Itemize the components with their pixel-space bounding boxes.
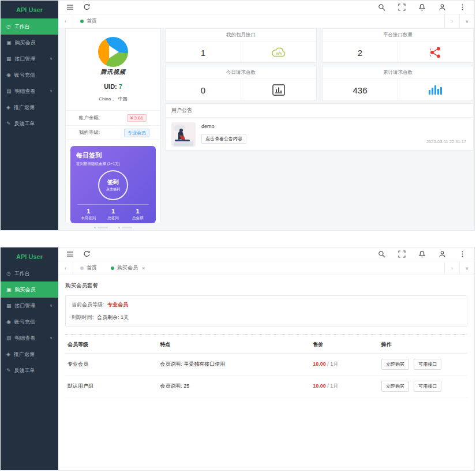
sidebar-item-api-management[interactable]: 接口管理 [1,51,58,67]
sidebar-item-ticket[interactable]: 反馈工单 [1,362,58,378]
tabs-menu[interactable] [459,261,474,275]
cart-icon [6,40,12,46]
uid-value: 7 [119,83,122,90]
sidebar-item-details[interactable]: 明细查看 [1,330,58,346]
membership-content: 购买会员套餐 当前会员等级: 专业会员 到期时间: 会员剩余: 1天 会员等级 … [58,275,474,470]
main-area: 首页 购买会员 × 购买会员套餐 当前会员等级: 专业会员 到期时间: 会员剩余… [58,247,474,470]
signin-stat-total: 1 总签到 [101,208,126,221]
signin-button[interactable]: 签到 点击签到 [98,170,128,200]
bar-chart-outline-icon [272,84,285,96]
sidebar-item-buy-membership[interactable]: 购买会员 [1,281,58,298]
tabs-scroll-right[interactable] [444,261,459,275]
level-cell: 默认用户组 [65,376,158,397]
sidebar-item-buy-membership[interactable]: 购买会员 [1,35,58,51]
sidebar-item-details[interactable]: 明细查看 [1,83,58,99]
signin-subtitle: 签到获得随机金额 (1~1元) [76,162,150,167]
api-cloud-icon: API [271,46,287,59]
feature-cell: 会员说明: 享受独有接口使用 [158,354,310,376]
tab-home[interactable]: 首页 [73,14,104,28]
sidebar-item-api-management[interactable]: 接口管理 [1,298,58,314]
balance-row: 账户余额: ¥ 3.01 [66,110,160,125]
fullscreen-icon[interactable] [398,250,406,258]
chevron-down-icon [50,303,53,308]
chevron-right-icon [451,18,453,24]
daily-signin-card: 每日签到 签到获得随机金额 (1~1元) 签到 点击签到 1 本月签到 1 [70,146,156,223]
tab-home[interactable]: 首页 [73,261,104,275]
profile-card: 腾讯视频 UID:7 China 、 中国 账户余额: ¥ 3.01 我的等级:… [65,28,161,223]
table-header-row: 会员等级 特点 售价 操作 [65,336,467,354]
refresh-icon[interactable] [83,250,91,258]
chevron-down-icon [50,57,53,61]
chevron-down-icon [50,89,53,93]
sidebar-item-promotion[interactable]: 推广返佣 [1,99,58,115]
dashboard-content: 腾讯视频 UID:7 China 、 中国 账户余额: ¥ 3.01 我的等级:… [58,28,474,230]
tab-dot [80,266,84,270]
tabs-scroll-left[interactable] [58,14,73,28]
brand-name: 腾讯视频 [66,68,160,76]
signin-stat-month: 1 本月签到 [76,208,101,221]
menu-icon[interactable] [66,250,74,258]
more-icon[interactable] [459,250,466,258]
table-row: 默认用户组 会员说明: 25 10.00 / 1月 立即购买 可用接口 [65,376,467,397]
level-badge: 专业会员 [124,129,149,137]
stat-value: 0 [166,79,241,101]
sidebar-item-ticket[interactable]: 反馈工单 [1,115,58,132]
tabs-menu[interactable] [459,14,474,28]
tab-buy-membership[interactable]: 购买会员 × [104,261,152,275]
price-cell: 10.00 / 1月 [310,354,378,376]
sidebar-item-recharge[interactable]: 账号充值 [1,314,58,330]
tabs-scroll-left[interactable] [58,261,73,275]
app-title: API User [1,247,58,265]
announcement-section-title: 用户公告 [166,104,473,118]
sidebar-item-promotion[interactable]: 推广返佣 [1,346,58,362]
menu-icon[interactable] [66,3,74,11]
refresh-icon[interactable] [83,3,91,11]
price-cell: 10.00 / 1月 [310,376,378,397]
notification-icon[interactable] [418,250,426,258]
chevron-right-icon [451,265,453,271]
sidebar-item-workbench[interactable]: 工作台 [1,18,58,35]
available-api-button[interactable]: 可用接口 [414,381,441,392]
table-row: 专业会员 会员说明: 享受独有接口使用 10.00 / 1月 立即购买 可用接口 [65,354,467,376]
api-icon [6,303,12,309]
tab-dot [111,266,114,270]
bar-chart-blue-icon [428,85,443,95]
buy-now-button[interactable]: 立即购买 [381,381,409,392]
dashboard-icon [6,24,11,29]
stat-value: 436 [323,79,398,101]
chevron-left-icon [65,18,66,24]
search-icon[interactable] [378,3,385,11]
share-nodes-icon [429,46,442,59]
stat-value: 1 [166,42,241,63]
chevron-down-icon [466,265,469,271]
signin-stat-amount: 1 总金额 [125,208,150,221]
view-announcement-button[interactable]: 点击查看公告内容 [201,134,246,144]
announcement-thumbnail [171,122,196,147]
search-icon[interactable] [378,250,385,258]
more-icon[interactable] [459,3,466,11]
level-label: 我的等级: [66,129,113,136]
brand-logo: 腾讯视频 [66,29,160,76]
details-icon [6,88,12,94]
user-icon[interactable] [438,3,446,11]
fullscreen-icon[interactable] [398,3,406,11]
dotted-divider [65,334,467,335]
close-tab-icon[interactable]: × [142,265,145,271]
sidebar-item-workbench[interactable]: 工作台 [1,265,58,281]
recharge-icon [6,72,11,78]
signin-title: 每日签到 [76,151,150,160]
page-title: 购买会员套餐 [58,275,474,293]
chevron-down-icon [466,18,469,24]
region: China 、 中国 [66,96,160,102]
buy-now-button[interactable]: 立即购买 [381,359,409,370]
level-row: 我的等级: 专业会员 [66,125,160,140]
sidebar-item-recharge[interactable]: 账号充值 [1,67,58,83]
current-level-row: 当前会员等级: 专业会员 [72,301,461,309]
user-icon[interactable] [438,250,446,258]
notification-icon[interactable] [418,3,426,11]
recharge-icon [6,319,11,325]
expire-value: 会员剩余: 1天 [97,314,129,320]
tabs-scroll-right[interactable] [444,14,459,28]
membership-info-box: 当前会员等级: 专业会员 到期时间: 会员剩余: 1天 [65,295,467,327]
available-api-button[interactable]: 可用接口 [414,359,441,370]
